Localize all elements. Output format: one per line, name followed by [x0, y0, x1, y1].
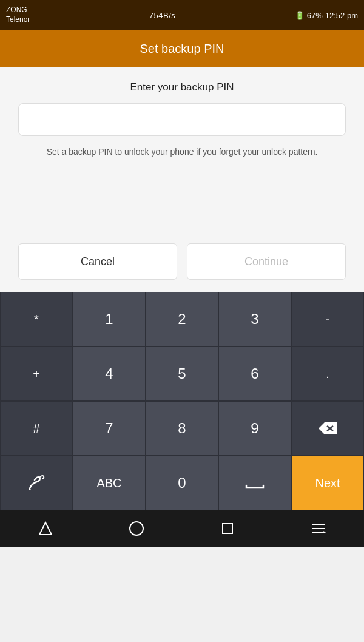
carrier2-label: Telenor: [6, 15, 30, 25]
key-2[interactable]: 2: [146, 292, 218, 346]
key-5[interactable]: 5: [146, 346, 218, 401]
svg-rect-5: [223, 524, 232, 533]
content-area: Enter your backup PIN Set a backup PIN t…: [0, 67, 364, 171]
pin-input[interactable]: [27, 113, 337, 126]
svg-point-4: [130, 522, 143, 535]
hint-text: Set a backup PIN to unlock your phone if…: [41, 146, 324, 158]
key-3[interactable]: 3: [218, 292, 291, 346]
key-plus[interactable]: +: [0, 346, 73, 401]
menu-nav-icon[interactable]: [309, 519, 328, 538]
home-nav-icon[interactable]: [127, 519, 146, 538]
key-4[interactable]: 4: [73, 346, 146, 401]
cancel-button[interactable]: Cancel: [18, 243, 177, 280]
key-7[interactable]: 7: [73, 401, 146, 456]
battery-level: 67%: [307, 11, 323, 20]
key-backspace[interactable]: [291, 401, 364, 456]
key-space[interactable]: [218, 456, 291, 510]
clock: 12:52 pm: [325, 11, 358, 20]
keyboard-row-3: # 7 8 9: [0, 401, 364, 456]
svg-marker-3: [39, 522, 52, 535]
svg-marker-9: [323, 531, 326, 533]
keyboard-row-2: + 4 5 6 .: [0, 346, 364, 401]
next-button[interactable]: Next: [291, 456, 364, 510]
key-hash[interactable]: #: [0, 401, 73, 456]
key-dot[interactable]: .: [291, 346, 364, 401]
continue-button[interactable]: Continue: [187, 243, 346, 280]
key-9[interactable]: 9: [218, 401, 291, 456]
key-0[interactable]: 0: [146, 456, 218, 510]
network-speed: 754B/s: [149, 11, 175, 20]
svg-marker-0: [318, 422, 337, 434]
key-dash[interactable]: -: [291, 292, 364, 346]
key-abc[interactable]: ABC: [73, 456, 146, 510]
pin-input-wrapper[interactable]: [18, 103, 346, 136]
page-title: Set backup PIN: [140, 42, 224, 56]
carrier-info: ZONG Telenor: [6, 5, 30, 24]
key-1[interactable]: 1: [73, 292, 146, 346]
key-8[interactable]: 8: [146, 401, 218, 456]
keyboard-row-1: * 1 2 3 -: [0, 292, 364, 346]
back-nav-icon[interactable]: [36, 519, 55, 538]
key-asterisk[interactable]: *: [0, 292, 73, 346]
title-bar: Set backup PIN: [0, 30, 364, 67]
action-buttons: Cancel Continue: [0, 237, 364, 292]
battery-icon: 🔋: [295, 11, 305, 20]
keyboard-row-4: ABC 0 Next: [0, 456, 364, 510]
keyboard: * 1 2 3 - + 4 5 6 . # 7 8 9: [0, 292, 364, 510]
enter-pin-label: Enter your backup PIN: [130, 81, 234, 93]
carrier1-label: ZONG: [6, 5, 30, 15]
nav-bar: [0, 510, 364, 547]
recents-nav-icon[interactable]: [218, 519, 237, 538]
status-right: 🔋 67% 12:52 pm: [295, 11, 358, 20]
key-handwrite[interactable]: [0, 456, 73, 510]
spacer: [0, 171, 364, 237]
key-6[interactable]: 6: [218, 346, 291, 401]
status-bar: ZONG Telenor 754B/s 🔋 67% 12:52 pm: [0, 0, 364, 30]
